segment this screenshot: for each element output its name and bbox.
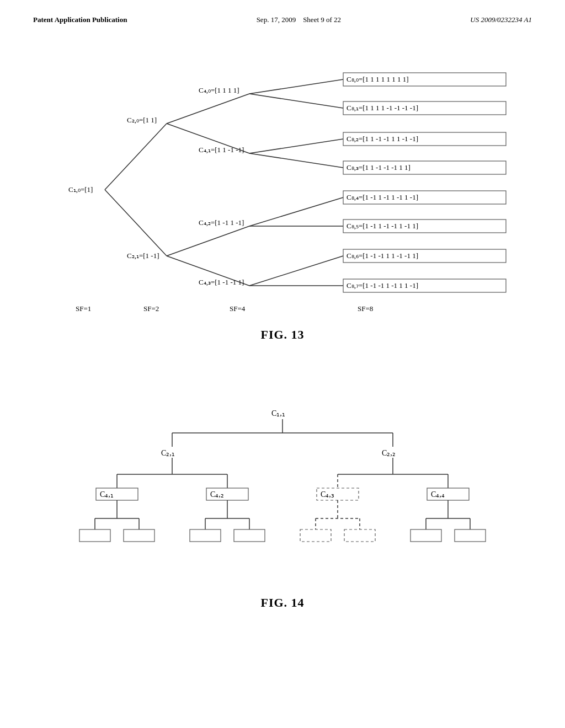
svg-text:C₄,₃: C₄,₃ bbox=[321, 490, 334, 499]
svg-text:SF=1: SF=1 bbox=[76, 304, 91, 313]
svg-line-12 bbox=[249, 256, 343, 286]
page-header: Patent Application Publication Sep. 17, … bbox=[0, 0, 565, 30]
svg-text:C₄,₁: C₄,₁ bbox=[100, 490, 114, 499]
svg-text:C₈,₀=[1 1 1 1 1 1 1 1]: C₈,₀=[1 1 1 1 1 1 1 1] bbox=[347, 75, 409, 83]
svg-line-8 bbox=[249, 139, 343, 153]
svg-text:C₄,₁=[1 1 -1 -1]: C₄,₁=[1 1 -1 -1] bbox=[199, 146, 244, 154]
svg-line-0 bbox=[105, 124, 167, 190]
svg-text:C₈,₃=[1 1 -1 -1 -1 1 1]: C₈,₃=[1 1 -1 -1 -1 1 1] bbox=[347, 163, 411, 172]
svg-text:C₈,₄=[1 -1 1 -1 1 -1 1 -1]: C₈,₄=[1 -1 1 -1 1 -1 1 -1] bbox=[347, 193, 418, 201]
svg-line-4 bbox=[167, 226, 249, 256]
svg-text:C₂,₁: C₂,₁ bbox=[161, 449, 175, 457]
fig13-caption: FIG. 13 bbox=[33, 328, 532, 342]
svg-rect-58 bbox=[124, 529, 154, 542]
header-center: Sep. 17, 2009 Sheet 9 of 22 bbox=[257, 15, 341, 24]
svg-line-10 bbox=[249, 197, 343, 226]
svg-text:C₈,₁=[1 1 1 1 -1 -1 -1 -1]: C₈,₁=[1 1 1 1 -1 -1 -1 -1] bbox=[347, 104, 418, 112]
fig14-section: text { font-family: 'Times New Roman', s… bbox=[0, 381, 565, 627]
svg-rect-64 bbox=[190, 529, 221, 542]
svg-rect-71 bbox=[300, 529, 331, 542]
svg-text:C₄,₂: C₄,₂ bbox=[210, 490, 224, 499]
svg-text:C₄,₄: C₄,₄ bbox=[431, 490, 445, 499]
svg-text:C₈,₅=[1 -1 1 -1 -1 1 -1 1]: C₈,₅=[1 -1 1 -1 -1 1 -1 1] bbox=[347, 222, 418, 230]
c10-label: C₁,₀=[1] bbox=[68, 185, 93, 194]
header-right: US 2009/0232234 A1 bbox=[470, 15, 532, 24]
svg-text:C₁,₁: C₁,₁ bbox=[271, 409, 285, 417]
svg-text:C₈,₆=[1 -1 -1 1 1 -1 -1 1]: C₈,₆=[1 -1 -1 1 1 -1 -1 1] bbox=[347, 251, 418, 260]
fig14-diagram: text { font-family: 'Times New Roman', s… bbox=[56, 403, 509, 590]
fig13-diagram: text { font-family: 'Times New Roman', s… bbox=[45, 57, 520, 322]
svg-rect-78 bbox=[411, 529, 441, 542]
svg-text:C₄,₂=[1 -1 1 -1]: C₄,₂=[1 -1 1 -1] bbox=[199, 218, 244, 227]
svg-text:C₈,₇=[1 -1 -1 1 -1 1 1 -1]: C₈,₇=[1 -1 -1 1 -1 1 1 -1] bbox=[347, 281, 418, 290]
svg-text:C₄,₃=[1 -1 -1 1]: C₄,₃=[1 -1 -1 1] bbox=[199, 278, 244, 286]
svg-rect-65 bbox=[234, 529, 265, 542]
svg-text:C₈,₂=[1 1 -1 -1 1 1 -1 -1]: C₈,₂=[1 1 -1 -1 1 1 -1 -1] bbox=[347, 135, 418, 143]
svg-line-9 bbox=[249, 153, 343, 168]
svg-text:SF=8: SF=8 bbox=[358, 304, 373, 313]
svg-text:C₂,₀=[1 1]: C₂,₀=[1 1] bbox=[127, 116, 157, 124]
svg-text:C₄,₀=[1 1 1 1]: C₄,₀=[1 1 1 1] bbox=[199, 86, 239, 94]
svg-text:SF=4: SF=4 bbox=[230, 304, 246, 313]
svg-line-6 bbox=[249, 79, 343, 94]
svg-rect-57 bbox=[79, 529, 110, 542]
header-left: Patent Application Publication bbox=[33, 15, 127, 24]
svg-text:C₂,₁=[1 -1]: C₂,₁=[1 -1] bbox=[127, 251, 159, 260]
fig13-section: text { font-family: 'Times New Roman', s… bbox=[0, 30, 565, 358]
svg-rect-79 bbox=[455, 529, 486, 542]
svg-text:SF=2: SF=2 bbox=[143, 304, 159, 313]
svg-text:C₂,₂: C₂,₂ bbox=[382, 449, 396, 457]
svg-rect-72 bbox=[344, 529, 375, 542]
svg-line-1 bbox=[105, 190, 167, 256]
svg-line-7 bbox=[249, 94, 343, 108]
svg-line-2 bbox=[167, 94, 249, 124]
fig14-caption: FIG. 14 bbox=[33, 596, 532, 610]
